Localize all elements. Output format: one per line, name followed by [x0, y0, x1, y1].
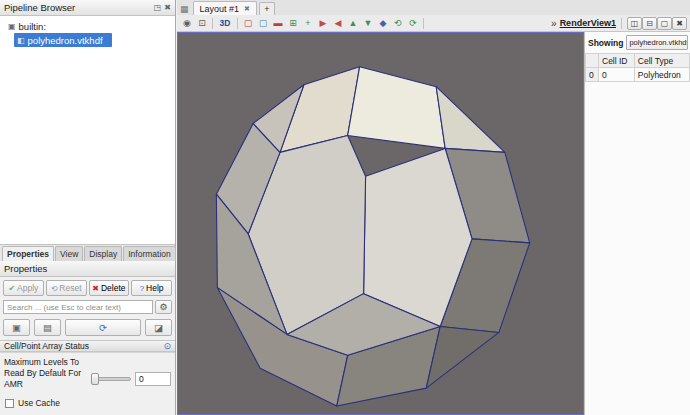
split-horizontal-icon[interactable]: ◫ [627, 17, 642, 30]
dock-tab-bar: Properties View Display Information [0, 245, 175, 261]
paste-properties-button[interactable]: ▤ [34, 319, 61, 336]
paraview-window: Pipeline Browser ◳ ✖ ▣ builtin: ◧ polyhe… [0, 0, 690, 415]
pipeline-item-label: polyhedron.vtkhdf [28, 35, 103, 46]
source-icon: ◧ [17, 36, 25, 45]
layout-tab-bar: ▦ Layout #1 ✖ + [177, 0, 690, 15]
close-panel-icon[interactable]: ✖ [164, 3, 171, 12]
column-header-cell-id[interactable]: Cell ID [599, 54, 635, 68]
view-minus-y-icon[interactable]: ▼ [361, 16, 375, 30]
properties-title: Properties [4, 263, 47, 274]
view-toolbar-icons: ◉⊡3D▢▢▬⊞+▶◀▲▼◆⟲⟳ [180, 16, 426, 30]
add-layout-tab-button[interactable]: + [259, 2, 275, 15]
tab-view[interactable]: View [55, 246, 83, 261]
view-plus-x-icon[interactable]: ▶ [316, 16, 330, 30]
pipeline-tree: ▣ builtin: ◧ polyhedron.vtkhdf [0, 16, 175, 245]
row-index-cell: 0 [586, 68, 599, 82]
showing-source-select[interactable]: polyhedron.vtkhdf ▾ [626, 35, 688, 50]
search-options-button[interactable]: ⚙ [155, 300, 172, 314]
properties-search-row: ⚙ [0, 298, 175, 316]
use-cache-row: Use Cache [0, 390, 175, 415]
tab-information[interactable]: Information [123, 246, 176, 261]
render-view[interactable] [177, 32, 584, 415]
zoom-to-box-icon[interactable]: ⊞ [286, 16, 300, 30]
rotate-cw-icon[interactable]: ⟳ [406, 16, 420, 30]
reset-icon: ⟲ [51, 284, 58, 293]
view-minus-x-icon[interactable]: ◀ [331, 16, 345, 30]
spreadsheet-panel: Showing polyhedron.vtkhdf ▾ Cell ID Cell… [584, 32, 690, 415]
amr-levels-slider[interactable] [91, 377, 131, 381]
view-plus-z-icon[interactable]: ◆ [376, 16, 390, 30]
pipeline-browser-header: Pipeline Browser ◳ ✖ [0, 0, 175, 16]
select-cells-icon[interactable]: ▢ [241, 16, 255, 30]
toolbar-separator [423, 18, 424, 29]
main-area: ▦ Layout #1 ✖ + ◉⊡3D▢▢▬⊞+▶◀▲▼◆⟲⟳ » Rende… [177, 0, 690, 415]
use-cache-checkbox[interactable] [5, 399, 14, 408]
rotate-ccw-icon[interactable]: ⟲ [391, 16, 405, 30]
view-plus-y-icon[interactable]: ▲ [346, 16, 360, 30]
render-view-toolbar: ◉⊡3D▢▢▬⊞+▶◀▲▼◆⟲⟳ » RenderView1 ◫⊟▢✖ [177, 15, 690, 32]
slider-handle[interactable] [91, 373, 99, 385]
cell-type-value: Polyhedron [634, 68, 689, 82]
toolbar-overflow-icon[interactable]: » [551, 18, 557, 29]
camera-icon[interactable]: ◉ [180, 16, 194, 30]
render-view-title-link[interactable]: RenderView1 [560, 18, 616, 28]
capture-screenshot-icon[interactable]: ⊡ [195, 16, 209, 30]
toolbar-separator [212, 18, 213, 29]
reload-defaults-button[interactable]: ⟳ [65, 319, 141, 336]
cell-id-value: 0 [599, 68, 635, 82]
restore-defaults-icon[interactable]: ⊙ [163, 341, 171, 351]
tab-display[interactable]: Display [84, 246, 122, 261]
pipeline-browser-title: Pipeline Browser [4, 2, 75, 13]
amr-label: Maximum Levels To Read By Default For AM… [4, 357, 91, 390]
tab-properties[interactable]: Properties [2, 246, 54, 261]
server-icon: ▣ [8, 22, 16, 31]
properties-buttons: ✔ Apply ⟲ Reset ✖ Delete ? Help [0, 277, 175, 298]
split-vertical-icon[interactable]: ⊟ [642, 17, 657, 30]
reset-button[interactable]: ⟲ Reset [46, 280, 87, 296]
copy-properties-button[interactable]: ▣ [3, 319, 30, 336]
properties-panel-header: Properties [0, 261, 175, 277]
close-tab-icon[interactable]: ✖ [244, 5, 250, 13]
table-header-row: Cell ID Cell Type [586, 54, 690, 68]
view-window-buttons: ◫⊟▢✖ [627, 17, 687, 30]
pipeline-item-builtin[interactable]: ▣ builtin: [0, 19, 175, 33]
polyhedron-face [348, 67, 445, 149]
table-row[interactable]: 0 0 Polyhedron [586, 68, 690, 82]
pipeline-item-label: builtin: [19, 21, 46, 32]
polyhedron-face [436, 87, 505, 153]
amr-levels-spinbox[interactable]: 0 [135, 372, 171, 386]
mode-3d-icon[interactable]: 3D [216, 16, 234, 30]
column-header-cell-type[interactable]: Cell Type [634, 54, 689, 68]
layout-grid-icon[interactable]: ▦ [180, 4, 189, 14]
reset-camera-icon[interactable]: + [301, 16, 315, 30]
clear-selection-icon[interactable]: ▬ [271, 16, 285, 30]
delete-button[interactable]: ✖ Delete [89, 280, 130, 296]
array-status-section[interactable]: Cell/Point Array Status ⊙ [0, 340, 175, 352]
left-dock: Pipeline Browser ◳ ✖ ▣ builtin: ◧ polyhe… [0, 0, 176, 415]
float-panel-icon[interactable]: ◳ [154, 3, 162, 12]
pipeline-item-polyhedron[interactable]: ◧ polyhedron.vtkhdf [14, 33, 112, 47]
properties-utility-row: ▣ ▤ ⟳ ◪ [0, 316, 175, 340]
maximize-view-icon[interactable]: ▢ [657, 17, 672, 30]
polyhedron-canvas[interactable] [178, 33, 583, 414]
save-defaults-button[interactable]: ◪ [145, 319, 172, 336]
layout-tab[interactable]: Layout #1 ✖ [193, 1, 257, 15]
select-points-icon[interactable]: ▢ [256, 16, 270, 30]
row-index-header [586, 54, 599, 68]
apply-button[interactable]: ✔ Apply [3, 280, 44, 296]
help-button[interactable]: ? Help [131, 280, 172, 296]
cell-table: Cell ID Cell Type 0 0 Polyhedron [585, 53, 690, 82]
gear-icon: ⚙ [159, 302, 167, 312]
search-input[interactable] [3, 300, 153, 314]
toolbar-separator [621, 18, 622, 29]
question-icon: ? [140, 284, 144, 293]
check-icon: ✔ [8, 284, 15, 293]
toolbar-separator [237, 18, 238, 29]
showing-label: Showing [588, 38, 623, 48]
close-view-icon[interactable]: ✖ [672, 17, 687, 30]
amr-levels-row: Maximum Levels To Read By Default For AM… [0, 353, 175, 390]
delete-x-icon: ✖ [92, 284, 99, 293]
